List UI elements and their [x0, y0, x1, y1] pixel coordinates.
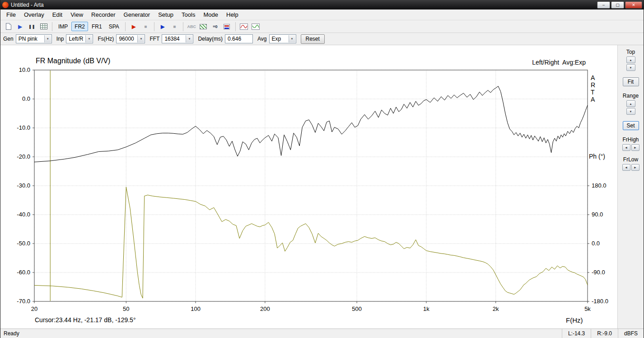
frlow-left-button[interactable]: ◄	[622, 164, 630, 171]
minimize-icon: –	[602, 3, 605, 7]
chevron-down-icon: ▼	[137, 35, 144, 42]
avg-label: Avg	[257, 36, 266, 42]
select-tool-button[interactable]: ▶	[14, 21, 26, 32]
x-axis-tick-label: 1k	[416, 305, 436, 312]
play-icon: ▶	[161, 23, 165, 30]
play-start-button[interactable]: ▶	[157, 21, 168, 32]
data-table-button[interactable]	[38, 21, 49, 32]
menu-overlay[interactable]: Overlay	[20, 10, 48, 19]
x-axis-tick-label: 100	[186, 305, 205, 312]
x-axis-tick-label: 50	[116, 305, 136, 312]
close-button[interactable]: ✕	[625, 1, 642, 9]
window-title: Untitled - Arta	[11, 2, 597, 8]
table-grid-icon	[40, 23, 47, 29]
menu-help[interactable]: Help	[222, 10, 243, 19]
pause-button[interactable]: ❚❚	[26, 21, 37, 32]
menu-edit[interactable]: Edit	[48, 10, 66, 19]
phase-curve	[34, 187, 588, 298]
record-stop-button[interactable]: ■	[140, 21, 151, 32]
menu-setup[interactable]: Setup	[154, 10, 177, 19]
red-curve-icon	[240, 23, 248, 30]
title-bar[interactable]: Untitled - Arta – ▢ ✕	[0, 0, 644, 9]
settings-bar: Gen PN pink ▼ Inp Left/R ▼ Fs(Hz) 96000 …	[0, 33, 644, 45]
range-spinner-up-button[interactable]: ▲	[626, 100, 635, 107]
maximize-icon: ▢	[616, 3, 620, 7]
menu-view[interactable]: View	[66, 10, 87, 19]
new-file-button[interactable]	[3, 21, 14, 32]
fit-button[interactable]: Fit	[623, 77, 639, 86]
fs-label: Fs(Hz)	[98, 36, 114, 42]
phase-axis-tick-label: -180.0	[592, 298, 615, 305]
arrow-left-icon: ◄	[625, 166, 628, 169]
play-stop-icon: ■	[173, 24, 176, 29]
fs-select-value: 96000	[119, 36, 134, 42]
record-start-button[interactable]: ▶	[128, 21, 140, 32]
magnitude-view-button[interactable]	[238, 21, 250, 32]
arrow-down-icon: ▼	[630, 110, 632, 113]
toolbar-separator	[183, 22, 183, 31]
play-stop-button[interactable]: ■	[169, 21, 180, 32]
delay-label: Delay(ms)	[198, 36, 223, 42]
gen-select[interactable]: PN pink ▼	[16, 34, 52, 43]
level-left: L:-14.3	[562, 329, 591, 338]
blue-flag-icon: ▶	[18, 23, 22, 30]
fr2-mode-button[interactable]: FR2	[71, 22, 88, 31]
range-label: Range	[623, 93, 639, 99]
window-controls: – ▢ ✕	[597, 1, 642, 9]
spa-mode-button[interactable]: SPA	[106, 22, 122, 31]
top-spinner-down-button[interactable]: ▼	[626, 64, 635, 71]
inp-select[interactable]: Left/R ▼	[66, 34, 93, 43]
menu-mode[interactable]: Mode	[199, 10, 222, 19]
toolbar: ▶ ❚❚ IMP FR2 FR1 SPA ▶ ■ ▶ ■ ABC =0	[0, 20, 644, 33]
chart-title: FR Magnitude (dB V/V)	[36, 57, 110, 65]
fr1-mode-button[interactable]: FR1	[89, 22, 105, 31]
frlow-arrows: ◄ ►	[622, 164, 639, 171]
fs-select[interactable]: 96000 ▼	[116, 34, 145, 43]
frlow-label: FrLow	[623, 156, 638, 163]
gen-select-value: PN pink	[19, 36, 37, 42]
top-label: Top	[626, 49, 635, 55]
phase-view-button[interactable]	[250, 21, 261, 32]
frhigh-left-button[interactable]: ◄	[622, 144, 630, 151]
inp-label: Inp	[56, 36, 64, 42]
menu-file[interactable]: File	[2, 10, 20, 19]
y-axis-tick-label: -40.0	[0, 211, 30, 218]
phase-axis-tick-label: 90.0	[592, 211, 615, 218]
pause-icon: ❚❚	[28, 24, 35, 29]
chevron-down-icon: ▼	[289, 35, 295, 42]
x-axis-tick-label: 500	[347, 305, 367, 312]
maximize-button[interactable]: ▢	[611, 1, 624, 9]
abc-button[interactable]: ABC	[186, 21, 197, 32]
record-stop-icon: ■	[144, 24, 147, 29]
delay-input[interactable]: 0.646	[225, 34, 253, 43]
phase-axis-tick-label: -90.0	[592, 269, 615, 276]
menu-tools[interactable]: Tools	[177, 10, 199, 19]
arrow-right-icon: ►	[634, 166, 637, 169]
chart-area[interactable]: FR Magnitude (dB V/V) Left/Right Avg:Exp…	[0, 45, 617, 329]
y-axis-tick-label: 0.0	[0, 95, 30, 102]
chevron-down-icon: ▼	[85, 35, 92, 42]
frhigh-right-button[interactable]: ►	[631, 144, 639, 151]
arrow-right-icon: ►	[634, 146, 637, 149]
avg-select[interactable]: Exp ▼	[269, 34, 296, 43]
set-button[interactable]: Set	[623, 121, 639, 130]
reset-button[interactable]: Reset	[301, 34, 325, 44]
menu-generator[interactable]: Generator	[120, 10, 154, 19]
top-spinner: ▲ ▼	[626, 56, 635, 71]
minimize-button[interactable]: –	[597, 1, 610, 9]
menu-recorder[interactable]: Recorder	[87, 10, 119, 19]
fr-plot[interactable]	[0, 45, 617, 329]
chevron-down-icon: ▼	[44, 35, 51, 42]
level-unit: dBFS	[618, 329, 644, 338]
top-spinner-up-button[interactable]: ▲	[626, 56, 635, 63]
fft-select[interactable]: 16384 ▼	[162, 34, 193, 43]
window-function-button[interactable]	[198, 21, 209, 32]
level-bars-button[interactable]	[221, 21, 233, 32]
menu-bar: File Overlay Edit View Recorder Generato…	[0, 9, 644, 20]
frlow-right-button[interactable]: ►	[631, 164, 639, 171]
imp-mode-button[interactable]: IMP	[55, 22, 71, 31]
range-spinner-down-button[interactable]: ▼	[626, 108, 635, 115]
status-levels: L:-14.3 R:-9.0 dBFS	[562, 329, 644, 338]
x-axis-title: F(Hz)	[566, 316, 583, 324]
zero-delay-button[interactable]: =0	[210, 21, 221, 32]
